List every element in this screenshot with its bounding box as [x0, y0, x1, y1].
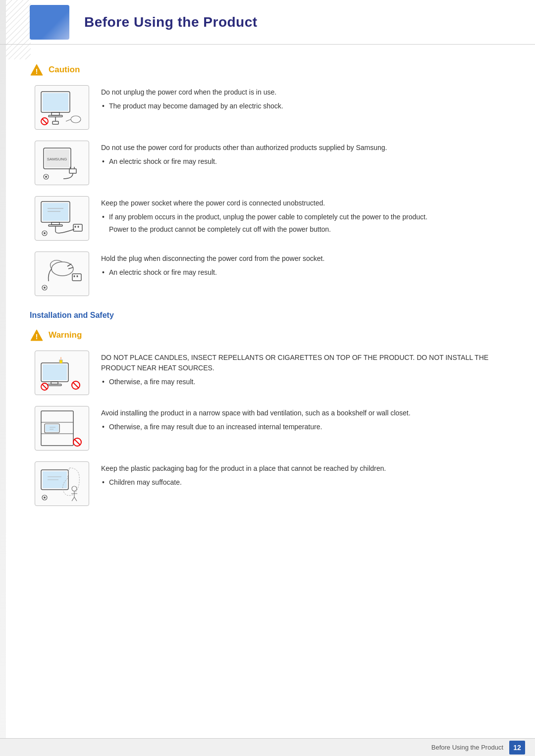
caution-item-1: Do not unplug the power cord when the pr…: [30, 85, 505, 130]
svg-line-61: [74, 439, 80, 445]
illustration-caution-4: [35, 252, 89, 296]
warning-label: Warning: [49, 330, 82, 340]
warning-item-1: DO NOT PLACE CANDLES, INSECT REPELLANTS …: [30, 351, 505, 395]
svg-point-72: [44, 497, 46, 499]
warning-3-text: Keep the plastic packaging bag for the p…: [101, 461, 505, 490]
caution-3-text: Keep the power socket where the power co…: [101, 196, 505, 235]
svg-rect-17: [69, 169, 76, 173]
svg-rect-45: [43, 364, 67, 380]
warning-item-2: Avoid installing the product in a narrow…: [30, 406, 505, 451]
illustration-warning-2: [35, 406, 89, 451]
caution-label: Caution: [49, 65, 80, 75]
illustration-caution-3: [35, 196, 89, 241]
page-footer: Before Using the Product 12: [0, 738, 535, 756]
svg-line-50: [73, 382, 79, 388]
warning-header: ! Warning: [30, 329, 505, 342]
caution-item-2: SAMSUNG Do not use the power cord for pr…: [30, 141, 505, 185]
caution-3-bullets: If any problem occurs in the product, un…: [101, 212, 505, 222]
svg-point-39: [76, 275, 78, 277]
svg-rect-29: [73, 224, 82, 231]
svg-line-13: [42, 119, 47, 124]
caution-4-bullets: An electric shock or fire may result.: [101, 267, 505, 278]
svg-rect-48: [59, 360, 62, 363]
svg-rect-27: [49, 225, 62, 226]
warning-3-bullet-0: Children may suffocate.: [101, 477, 505, 488]
warning-1-text: DO NOT PLACE CANDLES, INSECT REPELLANTS …: [101, 351, 505, 389]
warning-item-3: Keep the plastic packaging bag for the p…: [30, 461, 505, 506]
svg-rect-9: [53, 121, 58, 124]
svg-line-70: [74, 497, 77, 501]
blue-accent-decoration: [30, 5, 69, 40]
caution-4-text: Hold the plug when disconnecting the pow…: [101, 252, 505, 280]
svg-line-36: [68, 267, 73, 269]
svg-point-30: [74, 226, 76, 228]
caution-3-main: Keep the power socket where the power co…: [101, 198, 505, 208]
illustration-caution-2: SAMSUNG: [35, 141, 89, 185]
svg-point-31: [77, 226, 79, 228]
caution-header: ! Caution: [30, 63, 505, 76]
svg-point-41: [44, 287, 46, 289]
svg-rect-37: [72, 274, 81, 281]
caution-2-bullet-0: An electric shock or fire may result.: [101, 156, 505, 167]
svg-rect-23: [43, 203, 68, 221]
caution-icon: !: [30, 63, 44, 76]
svg-point-38: [73, 275, 75, 277]
svg-text:!: !: [36, 333, 38, 341]
illustration-warning-1: [35, 351, 89, 395]
caution-2-bullets: An electric shock or fire may result.: [101, 156, 505, 167]
caution-2-text: Do not use the power cord for products o…: [101, 141, 505, 169]
svg-line-52: [42, 384, 47, 389]
caution-4-main: Hold the plug when disconnecting the pow…: [101, 253, 505, 264]
page-number: 12: [509, 741, 525, 755]
caution-1-bullets: The product may become damaged by an ele…: [101, 101, 505, 111]
warning-3-bullets: Children may suffocate.: [101, 477, 505, 488]
warning-2-bullets: Otherwise, a fire may result due to an i…: [101, 422, 505, 432]
caution-1-text: Do not unplug the power cord when the pr…: [101, 85, 505, 113]
svg-point-21: [45, 176, 47, 178]
svg-point-33: [44, 232, 46, 234]
caution-2-main: Do not use the power cord for products o…: [101, 143, 505, 153]
illustration-warning-3: [35, 461, 89, 506]
svg-rect-6: [52, 112, 59, 115]
caution-item-4: Hold the plug when disconnecting the pow…: [30, 252, 505, 296]
warning-1-bullet-0: Otherwise, a fire may result.: [101, 377, 505, 387]
svg-line-35: [67, 264, 71, 266]
caution-1-main: Do not unplug the power cord when the pr…: [101, 87, 505, 98]
svg-rect-7: [49, 115, 62, 117]
installation-safety-heading: Installation and Safety: [30, 311, 505, 320]
warning-3-main: Keep the plastic packaging bag for the p…: [101, 463, 505, 474]
caution-4-bullet-0: An electric shock or fire may result.: [101, 267, 505, 278]
header-section: Before Using the Product: [0, 0, 535, 45]
caution-3-bullet-0: If any problem occurs in the product, un…: [101, 212, 505, 222]
caution-3-sub: Power to the product cannot be completel…: [101, 224, 505, 235]
left-stripe-decoration: [0, 0, 6, 756]
svg-point-10: [71, 116, 81, 123]
svg-rect-47: [48, 384, 61, 386]
svg-rect-57: [46, 425, 58, 432]
warning-2-main: Avoid installing the product in a narrow…: [101, 408, 505, 418]
caution-1-bullet-0: The product may become damaged by an ele…: [101, 101, 505, 111]
svg-rect-5: [43, 93, 68, 111]
page-title: Before Using the Product: [84, 14, 258, 30]
svg-line-11: [66, 119, 71, 121]
svg-line-69: [72, 497, 74, 501]
svg-text:!: !: [36, 67, 38, 75]
warning-1-main: DO NOT PLACE CANDLES, INSECT REPELLANTS …: [101, 353, 505, 373]
main-content: ! Caution: [0, 45, 535, 547]
warning-1-bullets: Otherwise, a fire may result.: [101, 377, 505, 387]
svg-point-34: [52, 262, 73, 276]
svg-point-66: [72, 486, 77, 491]
footer-text: Before Using the Product: [431, 744, 503, 751]
warning-2-bullet-0: Otherwise, a fire may result due to an i…: [101, 422, 505, 432]
warning-2-text: Avoid installing the product in a narrow…: [101, 406, 505, 434]
caution-item-3: Keep the power socket where the power co…: [30, 196, 505, 241]
illustration-caution-1: [35, 85, 89, 130]
warning-icon: !: [30, 329, 44, 342]
svg-text:SAMSUNG: SAMSUNG: [47, 157, 66, 161]
